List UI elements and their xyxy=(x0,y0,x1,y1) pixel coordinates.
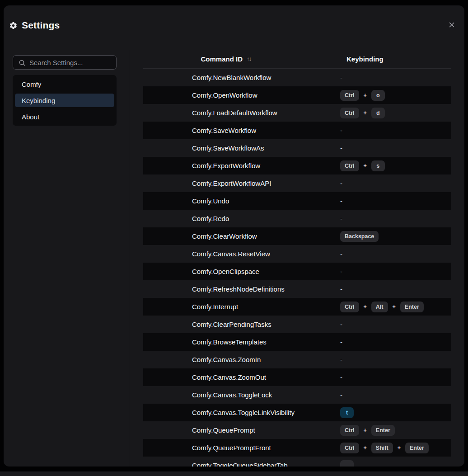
table-row[interactable]: Comfy.ClearPendingTasks- xyxy=(143,316,451,333)
table-row[interactable]: Comfy.LoadDefaultWorkflowCtrl+d xyxy=(143,104,451,122)
key-chip: Enter xyxy=(371,425,395,436)
dialog-title: Settings xyxy=(22,20,60,31)
table-row[interactable]: Comfy.RefreshNodeDefinitions- xyxy=(143,280,451,298)
table-body: Comfy.NewBlankWorkflow-Comfy.OpenWorkflo… xyxy=(143,69,451,467)
empty-keybinding: - xyxy=(340,127,342,134)
keybinding-cell: - xyxy=(333,285,451,293)
sort-icon[interactable]: ↑↓ xyxy=(247,56,251,62)
column-header-command-id[interactable]: Command ID ↑↓ xyxy=(143,55,333,63)
table-row[interactable]: Comfy.SaveWorkflowAs- xyxy=(143,139,451,157)
command-id-cell: Comfy.Canvas.ZoomIn xyxy=(143,356,333,363)
table-row[interactable]: Comfy.Canvas.ToggleLinkVisibilityt xyxy=(143,404,451,421)
table-row[interactable]: Comfy.SaveWorkflow- xyxy=(143,122,451,139)
keybinding-cell: Ctrl+Enter xyxy=(333,425,451,436)
table-row[interactable]: Comfy.NewBlankWorkflow- xyxy=(143,69,451,86)
key-chip: d xyxy=(371,108,385,118)
table-row[interactable]: Comfy.Canvas.ZoomIn- xyxy=(143,351,451,368)
keybinding-cell: - xyxy=(333,127,451,134)
table-row[interactable]: Comfy.BrowseTemplates- xyxy=(143,333,451,351)
table-row[interactable]: Comfy.Canvas.ZoomOut- xyxy=(143,368,451,386)
command-id-cell: Comfy.QueuePrompt xyxy=(143,426,333,434)
keybinding-table: Command ID ↑↓ Keybinding Comfy.NewBlankW… xyxy=(143,50,451,467)
keybinding-cell: - xyxy=(333,215,451,222)
table-row[interactable]: Comfy.OpenClipspace- xyxy=(143,263,451,280)
keybinding-cell: - xyxy=(333,268,451,275)
empty-keybinding: - xyxy=(340,373,342,381)
keybinding-cell: - xyxy=(333,197,451,205)
command-id-cell: Comfy.OpenWorkflow xyxy=(143,91,333,99)
sidebar-item-keybinding[interactable]: Keybinding xyxy=(15,94,114,107)
table-row[interactable]: Comfy.ClearWorkflowBackspace xyxy=(143,227,451,245)
key-chip: Ctrl xyxy=(340,160,359,171)
key-chip: Enter xyxy=(405,443,429,453)
gear-icon xyxy=(9,21,18,30)
settings-dialog: Settings ComfyKeybindingAbout Command ID… xyxy=(4,5,464,467)
command-id-cell: Comfy.NewBlankWorkflow xyxy=(143,74,333,81)
table-row[interactable]: Comfy.OpenWorkflowCtrl+o xyxy=(143,86,451,104)
table-row[interactable]: Comfy.Undo- xyxy=(143,192,451,210)
command-id-cell: Comfy.SaveWorkflowAs xyxy=(143,144,333,152)
key-chip: Ctrl xyxy=(340,302,359,312)
command-id-cell: Comfy.Canvas.ToggleLock xyxy=(143,391,333,399)
empty-keybinding: - xyxy=(340,285,342,293)
table-row[interactable]: Comfy.Redo- xyxy=(143,210,451,227)
plus-separator: + xyxy=(364,110,367,116)
command-id-cell: Comfy.ClearPendingTasks xyxy=(143,320,333,328)
keybinding-cell: - xyxy=(333,144,451,152)
key-chip: s xyxy=(371,160,385,171)
empty-keybinding: - xyxy=(340,356,342,363)
key-chip: Shift xyxy=(371,443,393,453)
empty-keybinding: - xyxy=(340,250,342,258)
command-id-cell: Comfy.Interrupt xyxy=(143,303,333,311)
command-id-cell: Comfy.BrowseTemplates xyxy=(143,338,333,346)
key-chip: Alt xyxy=(371,302,388,312)
key-chip: Enter xyxy=(400,302,424,312)
table-row[interactable]: Comfy.QueuePromptCtrl+Enter xyxy=(143,421,451,439)
empty-keybinding: - xyxy=(340,197,342,205)
sidebar-item-comfy[interactable]: Comfy xyxy=(15,77,114,91)
table-row[interactable]: Comfy.Canvas.ResetView- xyxy=(143,245,451,263)
settings-nav: ComfyKeybindingAbout xyxy=(13,75,117,126)
plus-separator: + xyxy=(393,304,396,310)
key-chip: t xyxy=(340,407,354,418)
empty-keybinding: - xyxy=(340,144,342,152)
table-row[interactable]: Comfy.Canvas.ToggleLock- xyxy=(143,386,451,404)
keybinding-cell xyxy=(333,460,451,467)
key-chip: Ctrl xyxy=(340,108,359,118)
keybinding-cell: - xyxy=(333,250,451,258)
keybinding-cell: - xyxy=(333,338,451,346)
command-id-cell: Comfy.Canvas.ToggleLinkVisibility xyxy=(143,409,333,416)
keybinding-cell: - xyxy=(333,373,451,381)
sidebar-item-about[interactable]: About xyxy=(15,110,114,123)
command-id-cell: Comfy.ClearWorkflow xyxy=(143,232,333,240)
app-background-strip xyxy=(0,471,468,476)
table-row[interactable]: Comfy.ExportWorkflowCtrl+s xyxy=(143,157,451,174)
table-row[interactable]: Comfy.QueuePromptFrontCtrl+Shift+Enter xyxy=(143,439,451,457)
column-header-label: Keybinding xyxy=(346,55,384,63)
key-chip: Backspace xyxy=(340,231,379,242)
search-box xyxy=(13,55,117,70)
keybinding-cell: Ctrl+Alt+Enter xyxy=(333,302,451,312)
command-id-cell: Comfy.OpenClipspace xyxy=(143,268,333,275)
empty-keybinding: - xyxy=(340,268,342,275)
close-button[interactable] xyxy=(446,19,457,30)
column-header-keybinding: Keybinding xyxy=(333,55,451,63)
command-id-cell: Comfy.ExportWorkflow xyxy=(143,162,333,170)
command-id-cell: Comfy.ExportWorkflowAPI xyxy=(143,179,333,187)
plus-separator: + xyxy=(364,92,367,99)
empty-keybinding: - xyxy=(340,215,342,222)
sidebar-divider xyxy=(129,50,129,467)
key-chip: Ctrl xyxy=(340,90,359,101)
keybinding-cell: t xyxy=(333,407,451,418)
table-row[interactable]: Comfy.ToggleQueueSidebarTab xyxy=(143,457,451,467)
command-id-cell: Comfy.Undo xyxy=(143,197,333,205)
search-input[interactable] xyxy=(13,56,116,69)
empty-keybinding: - xyxy=(340,338,342,346)
command-id-cell: Comfy.ToggleQueueSidebarTab xyxy=(143,462,333,467)
table-row[interactable]: Comfy.InterruptCtrl+Alt+Enter xyxy=(143,298,451,316)
command-id-cell: Comfy.QueuePromptFront xyxy=(143,444,333,452)
table-row[interactable]: Comfy.ExportWorkflowAPI- xyxy=(143,174,451,192)
keybinding-cell: Ctrl+d xyxy=(333,108,451,118)
keybinding-cell: Backspace xyxy=(333,231,451,242)
empty-keybinding: - xyxy=(340,320,342,328)
